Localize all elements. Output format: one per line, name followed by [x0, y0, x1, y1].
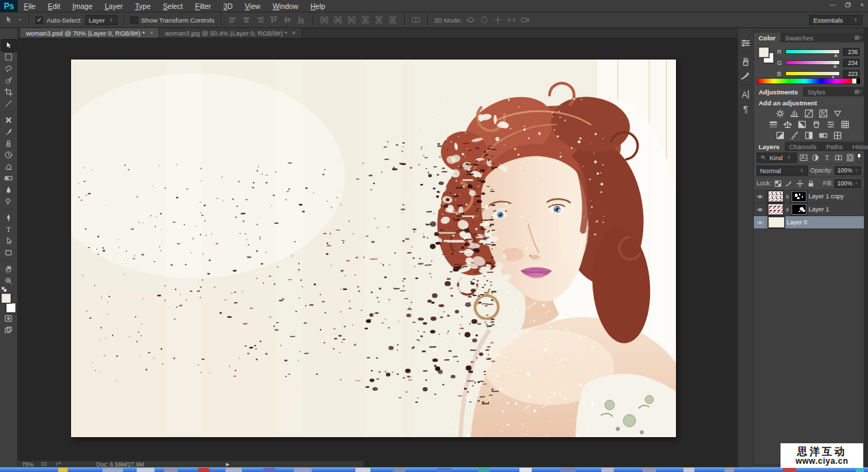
filter-adjustment-layers-icon[interactable] — [811, 153, 820, 162]
workspace-switcher[interactable]: Essentials — [809, 15, 863, 25]
opacity-field[interactable]: 100% — [835, 166, 861, 175]
gradient-map-icon[interactable] — [817, 131, 829, 140]
menu-edit[interactable]: Edit — [42, 1, 66, 12]
layer-mask-thumbnail[interactable] — [791, 191, 806, 202]
character-panel-icon[interactable]: A — [740, 88, 752, 101]
vibrance-icon[interactable] — [832, 109, 843, 118]
3d-roll-icon[interactable] — [479, 15, 489, 25]
hue-saturation-icon[interactable] — [768, 120, 779, 129]
menu-view[interactable]: View — [239, 1, 267, 12]
lock-position-icon[interactable] — [796, 179, 804, 188]
blue-slider[interactable] — [785, 71, 840, 76]
green-slider[interactable] — [785, 60, 840, 65]
canvas-image[interactable] — [71, 60, 676, 437]
rectangle-tool[interactable] — [1, 247, 16, 259]
filter-shape-layers-icon[interactable] — [834, 153, 843, 162]
lasso-tool[interactable] — [1, 63, 16, 75]
eraser-tool[interactable] — [1, 161, 16, 172]
visibility-eye-icon[interactable] — [755, 217, 766, 228]
red-value-field[interactable]: 236 — [843, 48, 860, 56]
layer-thumbnail[interactable] — [768, 204, 783, 215]
menu-window[interactable]: Window — [267, 1, 304, 12]
3d-rotate-icon[interactable] — [465, 15, 476, 25]
tab-swatches[interactable]: Swatches — [781, 33, 818, 42]
horizontal-type-tool[interactable]: T — [1, 224, 16, 235]
menu-image[interactable]: Image — [66, 1, 98, 12]
mask-link-icon[interactable]: 8 — [785, 207, 789, 213]
filter-toggle-switch[interactable] — [857, 153, 861, 162]
gradient-tool[interactable] — [1, 172, 16, 184]
align-bottom-edges-icon[interactable] — [255, 15, 265, 25]
tab-history[interactable]: History — [847, 142, 868, 151]
black-white-icon[interactable] — [796, 120, 808, 129]
zoom-tool[interactable] — [1, 275, 16, 287]
layer-row-layer0-selected[interactable]: Layer 0 — [754, 216, 864, 229]
auto-select-checkbox[interactable]: ✓ — [36, 16, 43, 24]
layer-thumbnail[interactable] — [768, 191, 783, 202]
posterize-icon[interactable] — [789, 131, 800, 140]
blend-mode-dropdown[interactable]: Normal — [757, 166, 808, 176]
blur-tool[interactable] — [1, 184, 16, 196]
layer-row-layer1[interactable]: 8 Layer 1 — [754, 203, 864, 216]
tab-styles[interactable]: Styles — [803, 87, 830, 96]
export-icon[interactable] — [55, 461, 62, 467]
brush-panel-icon[interactable] — [740, 70, 752, 82]
move-tool[interactable] — [1, 40, 16, 51]
document-tab-inactive[interactable]: woman3.jpg @ 50.4% (Layer 0, RGB/8#) * × — [159, 28, 301, 38]
default-colors-icon[interactable] — [1, 287, 8, 292]
lock-all-icon[interactable] — [806, 179, 815, 188]
tab-channels[interactable]: Channels — [785, 142, 822, 151]
doc-profile-icon[interactable] — [40, 461, 48, 467]
dodge-tool[interactable] — [1, 196, 16, 207]
windows-taskbar[interactable] — [0, 467, 868, 472]
3d-slide-icon[interactable] — [506, 15, 517, 25]
zoom-level-field[interactable]: 70% — [22, 461, 33, 468]
distribute-top-icon[interactable] — [319, 15, 329, 25]
status-expand-arrow[interactable]: ▶ — [226, 462, 229, 467]
visibility-eye-icon[interactable] — [755, 204, 766, 215]
brush-tool[interactable] — [1, 126, 16, 137]
layer-row-layer1copy[interactable]: 8 Layer 1 copy — [754, 190, 864, 203]
auto-select-target-dropdown[interactable]: Layer — [85, 15, 118, 25]
levels-icon[interactable] — [789, 109, 800, 118]
distribute-bottom-icon[interactable] — [347, 15, 357, 25]
layer-thumbnail[interactable] — [768, 217, 785, 228]
color-lookup-icon[interactable] — [839, 120, 851, 129]
3d-drag-icon[interactable] — [493, 15, 503, 25]
menu-help[interactable]: Help — [304, 1, 331, 12]
filter-pixel-layers-icon[interactable] — [799, 153, 809, 162]
fill-field[interactable]: 100% — [835, 179, 861, 188]
menu-3d[interactable]: 3D — [217, 1, 239, 12]
minimize-button[interactable]: — — [830, 1, 836, 9]
distribute-left-icon[interactable] — [360, 15, 370, 25]
distribute-hcenter-icon[interactable] — [374, 15, 384, 25]
screen-mode-button[interactable] — [1, 324, 16, 336]
3d-camera-icon[interactable] — [520, 15, 530, 25]
filter-kind-dropdown[interactable]: Kind — [757, 153, 797, 163]
menu-file[interactable]: File — [18, 1, 42, 12]
exposure-icon[interactable] — [817, 109, 829, 118]
restore-icon[interactable] — [845, 1, 852, 8]
red-slider[interactable] — [785, 49, 840, 54]
align-right-edges-icon[interactable] — [296, 15, 306, 25]
tab-color[interactable]: Color — [754, 33, 781, 42]
lock-transparency-icon[interactable] — [774, 179, 783, 188]
document-tab-active[interactable]: woman3.psd @ 70% (Layer 0, RGB/8#) * × — [21, 28, 159, 38]
align-vertical-centers-icon[interactable] — [241, 15, 252, 25]
close-button[interactable]: × — [860, 1, 864, 9]
mask-link-icon[interactable]: 8 — [785, 194, 789, 200]
foreground-color-swatch[interactable] — [1, 293, 11, 303]
quick-mask-button[interactable] — [1, 313, 16, 324]
brush-presets-panel-icon[interactable] — [740, 55, 752, 68]
filter-type-layers-icon[interactable]: T — [822, 153, 832, 162]
align-horizontal-centers-icon[interactable] — [282, 15, 293, 25]
rectangular-marquee-tool[interactable] — [1, 51, 16, 63]
photo-filter-icon[interactable] — [811, 120, 822, 129]
show-transform-checkbox[interactable] — [131, 16, 138, 24]
path-selection-tool[interactable] — [1, 235, 16, 247]
invert-icon[interactable] — [774, 131, 786, 140]
menu-layer[interactable]: Layer — [98, 1, 128, 12]
distribute-right-icon[interactable] — [388, 15, 398, 25]
align-left-edges-icon[interactable] — [269, 15, 279, 25]
lock-pixels-icon[interactable] — [785, 179, 794, 188]
